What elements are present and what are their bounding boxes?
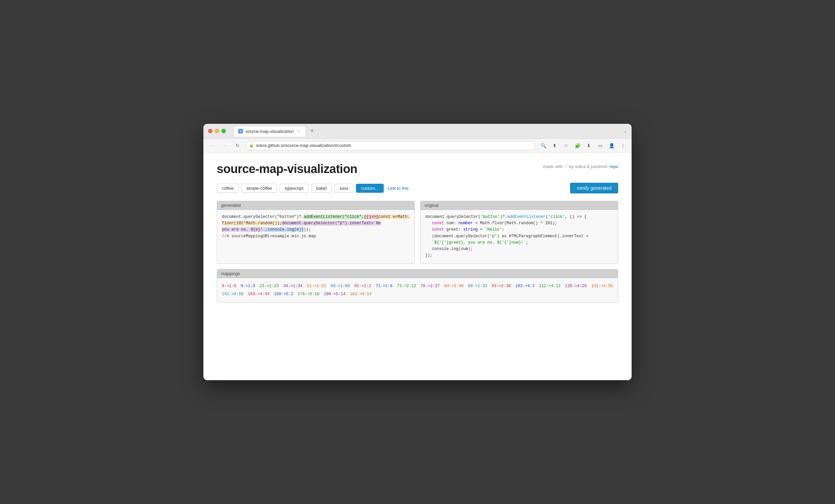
- original-line-7: });: [425, 252, 613, 259]
- tab-sass[interactable]: sass: [334, 184, 353, 193]
- url-text: sokra.github.io/source-map-visualization…: [256, 143, 532, 148]
- code-segment-7: ));: [304, 227, 311, 232]
- repo-link[interactable]: repo: [610, 164, 618, 169]
- mappings-header: mappings: [217, 269, 618, 278]
- mapping-item[interactable]: 168->5:2: [274, 291, 296, 297]
- window-menu[interactable]: ⌄: [624, 129, 627, 134]
- search-icon[interactable]: 🔍: [538, 141, 548, 150]
- mapping-item[interactable]: 112->4:12: [539, 283, 563, 289]
- mapping-item[interactable]: 60->1:60: [330, 283, 352, 289]
- mapping-item[interactable]: 23->1:23: [260, 283, 281, 289]
- generated-panel-header: generated: [217, 201, 414, 210]
- menu-icon[interactable]: ⋮: [618, 141, 628, 150]
- mapping-item[interactable]: 34->1:34: [283, 283, 305, 289]
- reader-icon[interactable]: ▭: [595, 141, 605, 150]
- link-to-this[interactable]: Link to this: [388, 186, 408, 191]
- mapping-item[interactable]: 71->2:8: [376, 283, 395, 289]
- code-segment-2: (()=>{: [364, 215, 378, 219]
- mapping-item[interactable]: 131->4:56: [591, 283, 613, 289]
- original-line-2: const num: number = Math.floor(Math.rand…: [425, 220, 613, 226]
- generated-code-line-3: //# sourceMappingURL=example.min.js.map: [222, 233, 410, 240]
- forward-button[interactable]: →: [220, 141, 229, 150]
- generated-panel: generated document.querySelector("button…: [217, 201, 415, 264]
- address-bar: ← → ↻ 🔒 sokra.github.io/source-map-visua…: [203, 139, 632, 153]
- close-button[interactable]: [208, 129, 212, 133]
- mapping-item[interactable]: 9->1:9: [241, 283, 257, 289]
- new-tab-button[interactable]: +: [307, 126, 317, 136]
- mapping-item[interactable]: 176->5:10: [298, 291, 322, 297]
- code-segment-0: document.querySelector("button")?.: [222, 215, 304, 219]
- minify-generated-button[interactable]: minify generated: [570, 183, 618, 194]
- mappings-body: 0->1:0 9->1:9 23->1:23 34->1:34 51->1:51…: [217, 278, 618, 302]
- code-segment-6: ,console.log(e)}: [265, 227, 304, 232]
- minimize-button[interactable]: [215, 129, 219, 133]
- generated-panel-body: document.querySelector("button")?.addEve…: [217, 210, 414, 263]
- fullscreen-button[interactable]: [222, 129, 226, 133]
- original-line-6: console.log(num);: [425, 246, 613, 252]
- lock-icon: 🔒: [249, 143, 254, 147]
- generated-code-line-2: you are no. ${e}!`,console.log(e)}));: [222, 226, 410, 233]
- extensions-icon[interactable]: 🧩: [573, 141, 582, 150]
- tab-typescript[interactable]: typescript: [280, 184, 308, 193]
- code-segment-1: addEventListener("click",: [304, 215, 364, 219]
- mapping-item[interactable]: 93->2:38: [492, 283, 513, 289]
- tab-close-button[interactable]: ×: [297, 129, 301, 134]
- credit-text: made with ♡ by sokra & paulirish. repo: [543, 164, 618, 169]
- mapping-item[interactable]: 84->2:49: [444, 283, 466, 289]
- code-segment-4: document.querySelector("p").innerText=`H…: [282, 221, 381, 225]
- mapping-item[interactable]: 126->4:26: [565, 283, 589, 289]
- tab-favicon: ●: [238, 129, 243, 134]
- reload-button[interactable]: ↻: [233, 141, 242, 150]
- mapping-item[interactable]: 180->5:14: [324, 291, 348, 297]
- active-tab[interactable]: ● source-map-visualization ×: [233, 126, 306, 137]
- browser-toolbar: 🔍 ⬆ ☆ 🧩 ⬇ ▭ 👤 ⋮: [538, 141, 628, 150]
- mapping-item[interactable]: 163->4:93: [248, 291, 272, 297]
- original-line-5: `${'{'}greet}, you are no. ${'{'}num}!`;: [425, 240, 613, 246]
- traffic-lights: [208, 129, 226, 133]
- tab-title: source-map-visualization: [246, 129, 294, 134]
- mapping-item[interactable]: 78->2:27: [421, 283, 442, 289]
- code-comment: //# sourceMappingURL=example.min.js.map: [222, 234, 316, 239]
- original-panel-body: document.querySelector('button')?.addEve…: [421, 210, 618, 263]
- page-content: source-map-visualization made with ♡ by …: [203, 153, 632, 380]
- mapping-item[interactable]: 88->2:33: [468, 283, 490, 289]
- original-line-1: document.querySelector('button')?.addEve…: [425, 214, 613, 220]
- tab-simple-coffee[interactable]: simple-coffee: [241, 184, 277, 193]
- tab-bar: ● source-map-visualization × +: [233, 126, 620, 137]
- bookmark-icon[interactable]: ☆: [561, 141, 571, 150]
- code-segment-5: you are no. ${e}!`: [222, 227, 265, 232]
- tab-custom[interactable]: custom...: [356, 184, 384, 193]
- url-bar[interactable]: 🔒 sokra.github.io/source-map-visualizati…: [246, 141, 535, 150]
- share-icon[interactable]: ⬆: [550, 141, 559, 150]
- page-title: source-map-visualization: [217, 162, 357, 176]
- mapping-item[interactable]: 73->2:22: [397, 283, 419, 289]
- original-line-4: (document.querySelector('p') as HTMLPara…: [425, 233, 613, 240]
- original-panel-header: original: [421, 201, 618, 210]
- tab-babel[interactable]: babel: [311, 184, 332, 193]
- mapping-item[interactable]: 0->1:0: [222, 283, 239, 289]
- mapping-item[interactable]: 65->2:2: [354, 283, 374, 289]
- original-line-3: const greet: string = 'Hello';: [425, 226, 613, 233]
- original-panel: original document.querySelector('button'…: [420, 201, 618, 264]
- browser-window: ● source-map-visualization × + ⌄ ← → ↻ 🔒…: [203, 124, 632, 380]
- title-bar: ● source-map-visualization × + ⌄: [203, 124, 632, 139]
- mapping-item[interactable]: 51->1:51: [307, 283, 328, 289]
- mapping-item[interactable]: 182->5:14: [350, 291, 372, 297]
- mappings-panel: mappings 0->1:0 9->1:9 23->1:23 34->1:34…: [217, 269, 618, 303]
- mapping-item[interactable]: 141->4:68: [222, 291, 246, 297]
- page-header: source-map-visualization made with ♡ by …: [217, 162, 618, 176]
- generated-code-line-1: document.querySelector("button")?.addEve…: [222, 214, 410, 226]
- profile-icon[interactable]: 👤: [607, 141, 616, 150]
- download-icon[interactable]: ⬇: [584, 141, 593, 150]
- panels-row: generated document.querySelector("button…: [217, 201, 618, 264]
- tab-toolbar: coffee simple-coffee typescript babel sa…: [217, 183, 618, 194]
- mapping-item[interactable]: 103->4:3: [515, 283, 537, 289]
- back-button[interactable]: ←: [207, 141, 217, 150]
- tab-coffee[interactable]: coffee: [217, 184, 239, 193]
